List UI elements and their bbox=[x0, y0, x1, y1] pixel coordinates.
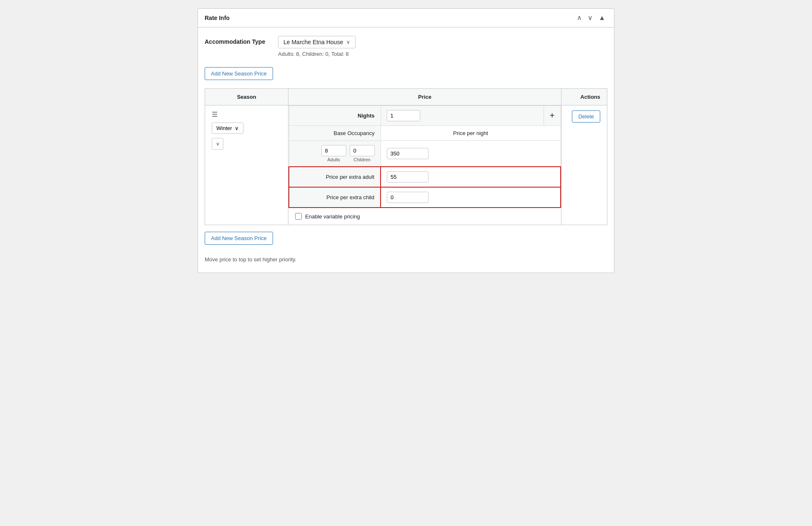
nights-label: Nights bbox=[358, 113, 374, 119]
children-label: Children bbox=[353, 157, 371, 162]
extra-adult-input[interactable] bbox=[387, 171, 429, 183]
chevron-down-icon: ∨ bbox=[346, 39, 350, 45]
accommodation-type-label: Accommodation Type bbox=[205, 36, 271, 45]
panel-header: Rate Info ∧ ∨ ▲ bbox=[198, 9, 614, 28]
add-season-price-button-top[interactable]: Add New Season Price bbox=[205, 67, 273, 80]
price-per-night-label-cell: Price per night bbox=[381, 126, 561, 141]
actions-cell: Delete bbox=[561, 105, 607, 225]
season-cell: ☰ Winter ∨ ∨ bbox=[205, 105, 288, 225]
price-inner-table: Nights + Base bbox=[288, 105, 561, 208]
children-input-wrap: Children bbox=[350, 145, 375, 162]
drag-handle-icon[interactable]: ☰ bbox=[212, 110, 218, 118]
price-cell: Nights + Base bbox=[288, 105, 561, 225]
children-input[interactable] bbox=[350, 145, 375, 156]
delete-row-button[interactable]: Delete bbox=[572, 110, 600, 123]
extra-adult-row: Price per extra adult bbox=[289, 167, 561, 187]
add-season-price-button-bottom[interactable]: Add New Season Price bbox=[205, 232, 273, 245]
extra-child-label: Price per extra child bbox=[326, 194, 374, 200]
season-value: Winter bbox=[216, 125, 232, 131]
accommodation-type-dropdown[interactable]: Le Marche Etna House ∨ bbox=[278, 36, 356, 48]
rate-info-panel: Rate Info ∧ ∨ ▲ Accommodation Type Le Ma… bbox=[198, 8, 614, 273]
panel-title: Rate Info bbox=[205, 15, 230, 21]
base-occupancy-header-row: Base Occupancy Price per night bbox=[289, 126, 561, 141]
variable-pricing-row: Enable variable pricing bbox=[288, 208, 561, 225]
extra-child-value-cell bbox=[381, 187, 561, 208]
extra-adult-value-cell bbox=[381, 167, 561, 187]
nights-row: Nights + bbox=[289, 106, 561, 126]
panel-up-button[interactable]: ∧ bbox=[575, 14, 584, 22]
price-column-header: Price bbox=[288, 89, 561, 105]
adults-children-price-row: Adults Children bbox=[289, 141, 561, 167]
accommodation-type-value: Le Marche Etna House bbox=[283, 39, 343, 45]
variable-pricing-checkbox[interactable] bbox=[295, 213, 302, 220]
accommodation-row: Accommodation Type Le Marche Etna House … bbox=[205, 36, 607, 57]
panel-body: Accommodation Type Le Marche Etna House … bbox=[198, 28, 614, 273]
actions-cell-content: Delete bbox=[561, 105, 607, 128]
add-night-button[interactable]: + bbox=[544, 106, 561, 126]
accommodation-occupancy-text: Adults: 8, Children: 0, Total: 8 bbox=[278, 51, 356, 57]
season-table: Season Price Actions ☰ Winter ∨ bbox=[205, 88, 607, 225]
season-dropdown[interactable]: Winter ∨ bbox=[212, 123, 243, 134]
adults-label: Adults bbox=[327, 157, 340, 162]
extra-child-input[interactable] bbox=[387, 192, 429, 203]
accommodation-dropdown-wrapper: Le Marche Etna House ∨ Adults: 8, Childr… bbox=[278, 36, 356, 57]
adults-children-cell: Adults Children bbox=[289, 141, 381, 167]
price-per-night-input[interactable] bbox=[387, 148, 429, 159]
base-occupancy-label-cell: Base Occupancy bbox=[289, 126, 381, 141]
nights-value-cell bbox=[381, 106, 544, 126]
extra-adult-label: Price per extra adult bbox=[326, 174, 374, 180]
panel-header-controls: ∧ ∨ ▲ bbox=[575, 14, 607, 22]
nights-label-cell: Nights bbox=[289, 106, 381, 126]
extra-child-label-cell: Price per extra child bbox=[289, 187, 381, 208]
nights-input[interactable] bbox=[387, 110, 420, 121]
variable-pricing-label: Enable variable pricing bbox=[305, 213, 360, 220]
actions-column-header: Actions bbox=[561, 89, 607, 105]
season-cell-content: ☰ Winter ∨ ∨ bbox=[205, 105, 288, 155]
adults-input-wrap: Adults bbox=[321, 145, 346, 162]
chevron-down-icon: ∨ bbox=[216, 141, 220, 147]
season-column-header: Season bbox=[205, 89, 288, 105]
base-occupancy-label: Base Occupancy bbox=[333, 130, 374, 136]
chevron-down-icon: ∨ bbox=[235, 125, 239, 131]
table-row: ☰ Winter ∨ ∨ bbox=[205, 105, 607, 225]
panel-collapse-button[interactable]: ▲ bbox=[596, 14, 607, 22]
extra-child-row: Price per extra child bbox=[289, 187, 561, 208]
panel-down-button[interactable]: ∨ bbox=[586, 14, 595, 22]
adults-input[interactable] bbox=[321, 145, 346, 156]
price-per-night-label: Price per night bbox=[453, 130, 488, 136]
price-per-night-value-cell bbox=[381, 141, 561, 167]
adults-children-inputs: Adults Children bbox=[295, 145, 375, 162]
priority-note: Move price to top to set higher priority… bbox=[205, 253, 607, 264]
expand-row-button[interactable]: ∨ bbox=[212, 138, 223, 150]
extra-adult-label-cell: Price per extra adult bbox=[289, 167, 381, 187]
